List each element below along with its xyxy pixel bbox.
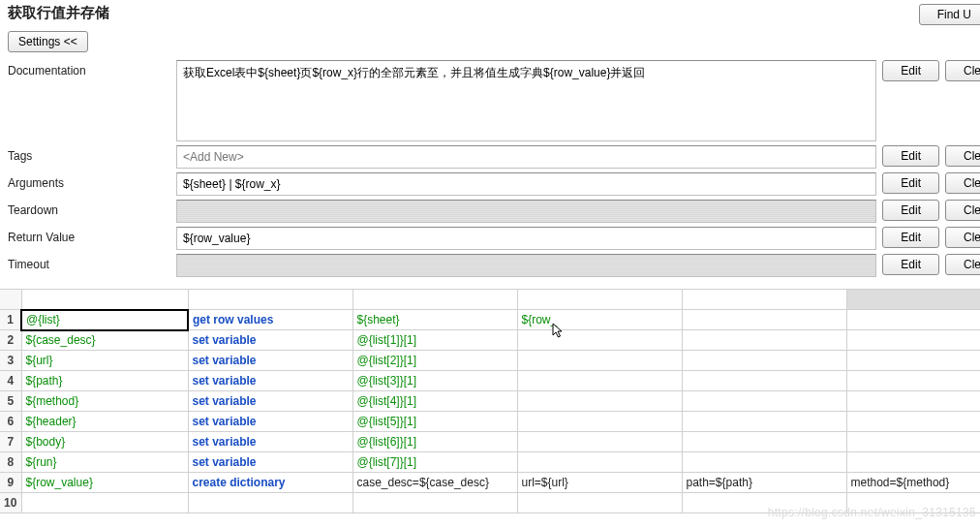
grid-cell[interactable] xyxy=(846,391,980,412)
grid-cell[interactable] xyxy=(682,452,846,473)
grid-cell[interactable] xyxy=(846,330,980,351)
grid-cell[interactable] xyxy=(517,391,682,412)
mouse-cursor-icon xyxy=(552,323,566,340)
timeout-edit-button[interactable]: Edit xyxy=(882,254,939,275)
grid-cell[interactable] xyxy=(846,351,980,371)
grid-cell[interactable] xyxy=(517,371,682,391)
grid-cell[interactable] xyxy=(682,371,846,391)
grid-cell[interactable] xyxy=(846,412,980,432)
grid-cell[interactable] xyxy=(846,310,980,330)
grid-cell[interactable]: set variable xyxy=(188,371,352,391)
grid-cell[interactable]: ${header} xyxy=(21,412,188,432)
grid-cell[interactable]: set variable xyxy=(188,391,352,412)
grid-cell[interactable] xyxy=(517,330,682,351)
documentation-edit-button[interactable]: Edit xyxy=(882,60,939,81)
return-value-edit-button[interactable]: Edit xyxy=(882,227,939,248)
grid-cell[interactable]: ${path} xyxy=(21,371,188,391)
teardown-clear-button[interactable]: Cle xyxy=(945,200,980,221)
grid-cell[interactable]: set variable xyxy=(188,432,352,452)
table-row[interactable]: 7${body}set variable@{list[6]}[1] xyxy=(0,432,980,452)
timeout-label: Timeout xyxy=(8,254,172,271)
arguments-clear-button[interactable]: Cle xyxy=(945,172,980,194)
grid-cell[interactable] xyxy=(682,330,846,351)
grid-cell[interactable] xyxy=(682,310,846,330)
arguments-edit-button[interactable]: Edit xyxy=(882,172,939,194)
grid-cell[interactable]: set variable xyxy=(188,452,352,473)
grid-cell[interactable]: method=${method} xyxy=(846,473,980,493)
grid-cell[interactable] xyxy=(517,493,682,513)
grid-cell[interactable]: @{list[5]}[1] xyxy=(352,412,517,432)
grid-cell[interactable]: @{list[6]}[1] xyxy=(352,432,517,452)
tags-edit-button[interactable]: Edit xyxy=(882,145,939,167)
timeout-clear-button[interactable]: Cle xyxy=(945,254,980,275)
table-row[interactable]: 6${header}set variable@{list[5]}[1] xyxy=(0,412,980,432)
grid-cell[interactable] xyxy=(846,452,980,473)
grid-cell[interactable]: @{list[2]}[1] xyxy=(352,351,517,371)
grid-cell[interactable]: ${method} xyxy=(21,391,188,412)
grid-cell[interactable]: get row values xyxy=(188,310,352,330)
table-row[interactable]: 8${run}set variable@{list[7]}[1] xyxy=(0,452,980,473)
return-value-field[interactable] xyxy=(176,227,876,250)
grid-cell[interactable]: case_desc=${case_desc} xyxy=(352,473,517,493)
grid-cell[interactable]: url=${url} xyxy=(517,473,682,493)
grid-cell[interactable] xyxy=(682,391,846,412)
grid-cell[interactable]: set variable xyxy=(188,351,352,371)
grid-cell[interactable] xyxy=(517,432,682,452)
table-row[interactable]: 9${row_value}create dictionarycase_desc=… xyxy=(0,473,980,493)
grid-cell[interactable]: @{list[3]}[1] xyxy=(352,371,517,391)
table-row[interactable]: 1@{list}get row values${sheet}${row_ xyxy=(0,310,980,330)
grid-cell[interactable]: ${body} xyxy=(21,432,188,452)
table-row[interactable]: 3${url}set variable@{list[2]}[1] xyxy=(0,351,980,371)
row-number: 8 xyxy=(0,452,21,473)
grid-cell[interactable] xyxy=(517,452,682,473)
grid-cell[interactable] xyxy=(517,351,682,371)
grid-cell[interactable]: @{list[1]}[1] xyxy=(352,330,517,351)
grid-cell[interactable]: @{list} xyxy=(21,310,188,330)
keyword-grid[interactable]: 1@{list}get row values${sheet}${row_2${c… xyxy=(0,289,980,513)
grid-cell[interactable] xyxy=(21,493,188,513)
grid-cell[interactable]: @{list[4]}[1] xyxy=(352,391,517,412)
grid-cell[interactable]: create dictionary xyxy=(188,473,352,493)
grid-header-c6[interactable] xyxy=(846,290,980,310)
teardown-edit-button[interactable]: Edit xyxy=(882,200,939,221)
table-row[interactable]: 5${method}set variable@{list[4]}[1] xyxy=(0,391,980,412)
table-row[interactable]: 4${path}set variable@{list[3]}[1] xyxy=(0,371,980,391)
grid-cell[interactable]: ${sheet} xyxy=(352,310,517,330)
row-number: 4 xyxy=(0,371,21,391)
find-usages-button[interactable]: Find U xyxy=(919,4,980,25)
grid-header-c3[interactable] xyxy=(352,290,517,310)
grid-cell[interactable] xyxy=(517,412,682,432)
grid-header-c2[interactable] xyxy=(188,290,352,310)
grid-header-c5[interactable] xyxy=(682,290,846,310)
row-number: 3 xyxy=(0,351,21,371)
grid-cell[interactable]: ${url} xyxy=(21,351,188,371)
grid-cell[interactable] xyxy=(188,493,352,513)
tags-clear-button[interactable]: Cle xyxy=(945,145,980,167)
grid-cell[interactable] xyxy=(846,371,980,391)
grid-cell[interactable] xyxy=(682,351,846,371)
return-value-clear-button[interactable]: Cle xyxy=(945,227,980,248)
grid-header-c4[interactable] xyxy=(517,290,682,310)
grid-cell[interactable]: set variable xyxy=(188,412,352,432)
grid-cell[interactable]: ${row_ xyxy=(517,310,682,330)
tags-field[interactable] xyxy=(176,145,876,169)
grid-cell[interactable]: ${run} xyxy=(21,452,188,473)
grid-cell[interactable] xyxy=(352,493,517,513)
grid-cell[interactable]: ${row_value} xyxy=(21,473,188,493)
grid-cell[interactable] xyxy=(846,432,980,452)
row-number: 2 xyxy=(0,330,21,351)
documentation-clear-button[interactable]: Cle xyxy=(945,60,980,81)
teardown-field[interactable] xyxy=(176,200,876,223)
timeout-field[interactable] xyxy=(176,254,876,277)
grid-cell[interactable]: @{list[7]}[1] xyxy=(352,452,517,473)
documentation-field[interactable]: 获取Excel表中${sheet}页${row_x}行的全部元素至，并且将值生成… xyxy=(176,60,876,141)
grid-cell[interactable] xyxy=(682,432,846,452)
grid-cell[interactable]: path=${path} xyxy=(682,473,846,493)
grid-cell[interactable]: set variable xyxy=(188,330,352,351)
settings-toggle-button[interactable]: Settings << xyxy=(8,31,88,52)
arguments-field[interactable] xyxy=(176,172,876,196)
grid-cell[interactable] xyxy=(682,412,846,432)
table-row[interactable]: 2${case_desc}set variable@{list[1]}[1] xyxy=(0,330,980,351)
grid-cell[interactable]: ${case_desc} xyxy=(21,330,188,351)
grid-header-c1[interactable] xyxy=(21,290,188,310)
